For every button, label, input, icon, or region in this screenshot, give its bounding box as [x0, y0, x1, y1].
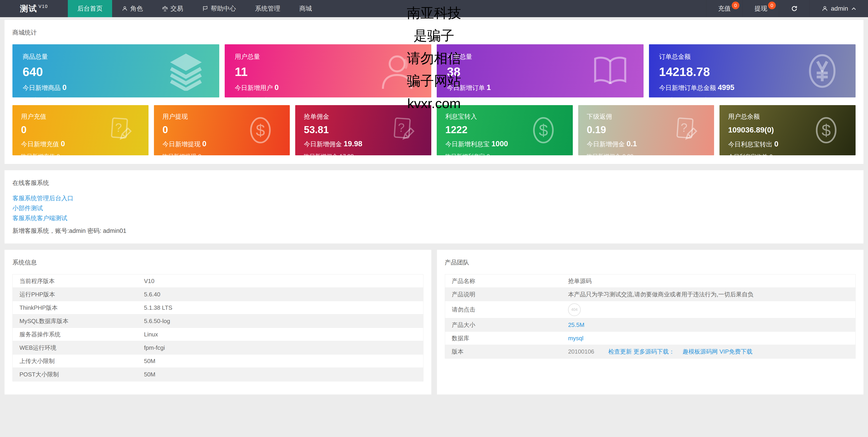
withdraw-button[interactable]: 提现 0: [743, 0, 779, 17]
stat-line-label: 今日新增提现: [162, 141, 200, 148]
stat-line-value: 0: [774, 140, 778, 148]
dollar-icon: $: [245, 115, 276, 146]
product-size-link[interactable]: 25.5M: [568, 321, 855, 329]
stat-line-value: 4495: [712, 97, 724, 97]
stat-card-referral-commission: 下级返佣 0.19 今日新增佣金0.1 昨日新增佣金0.09 ?: [578, 105, 714, 155]
nav-item-label: 系统管理: [255, 4, 280, 13]
stat-line-label: 今日利息宝收益: [728, 153, 768, 155]
database-link[interactable]: mysql: [568, 335, 855, 342]
nav-item-system-management[interactable]: 系统管理: [246, 0, 290, 17]
username: admin: [831, 5, 848, 12]
doc-edit-icon: ?: [669, 115, 701, 146]
nav-item-trade[interactable]: 交易: [152, 0, 193, 17]
row-label: 产品说明: [445, 290, 568, 299]
stat-yesterday-line: 昨日新增提现0: [162, 153, 281, 155]
source-site-link[interactable]: 趣模板源码网 VIP免费下载: [683, 348, 752, 355]
service-admin-entry-link[interactable]: 客服系统管理后台入口: [12, 193, 73, 203]
nav-item-help-center[interactable]: 帮助中心: [193, 0, 246, 17]
user-icon: [378, 51, 418, 91]
doc-edit-icon: ?: [103, 115, 135, 146]
app-logo-text: 测试: [20, 3, 37, 14]
stat-line-value: 4995: [718, 83, 735, 92]
stat-card-products-total: 商品总量 640 今日新增商品0 昨日新增商品0: [12, 44, 219, 97]
broken-image-icon[interactable]: 404: [568, 303, 581, 316]
svg-text:?: ?: [115, 121, 122, 134]
stat-card-orders-total: 订单总量 38 今日新增订单1 昨日新增订单2: [437, 44, 644, 97]
nav-item-roles[interactable]: 角色: [112, 0, 152, 17]
stat-line-label: 昨日新增提现: [162, 153, 196, 155]
stat-line-value: 1: [487, 83, 491, 92]
panel-title: 商城统计: [12, 29, 856, 37]
row-value: 本产品只为学习测试交流,请勿要做商业或者用于违法行为,一切后果自负: [568, 290, 855, 299]
stats-row-2: 用户充值 0 今日新增充值0 昨日新增充值0 ? 用户提现 0 今日新增提现0 …: [12, 105, 856, 155]
stat-line-value: 0: [202, 139, 206, 148]
stat-line-label: 今日新增佣金: [587, 141, 625, 148]
row-label: 产品大小: [445, 321, 568, 329]
stat-line-value: 0: [57, 153, 60, 155]
recharge-badge: 0: [732, 2, 739, 9]
row-label: 当前程序版本: [13, 277, 144, 285]
stat-card-user-recharge: 用户充值 0 今日新增充值0 昨日新增充值0 ?: [12, 105, 149, 155]
stat-line-value: 0: [198, 153, 202, 155]
table-row: MySQL数据库版本5.6.50-log: [13, 314, 423, 328]
table-row: POST大小限制50M: [13, 368, 423, 381]
withdraw-badge: 0: [768, 2, 776, 9]
table-row: 数据库 mysql: [445, 332, 856, 345]
stat-line-label: 今日利息宝转出: [728, 141, 772, 148]
recharge-button[interactable]: 充值 0: [706, 0, 743, 17]
widget-test-link[interactable]: 小部件测试: [12, 203, 43, 213]
stat-yesterday-line: 昨日新增订单2: [447, 96, 633, 97]
stat-card-order-commission: 抢单佣金 53.81 今日新增佣金19.98 昨日新增佣金17.98 ?: [295, 105, 431, 155]
nav-item-label: 商城: [299, 4, 312, 13]
main-content: 商城统计 商品总量 640 今日新增商品0 昨日新增商品0 用户总量 11 今日…: [0, 17, 868, 404]
row-label: POST大小限制: [13, 371, 144, 378]
customer-service-panel: 在线客服系统 客服系统管理后台入口 小部件测试 客服系统客户端测试 新增客服系统…: [4, 170, 864, 244]
row-value: 抢单源码: [568, 277, 855, 285]
stat-line-label: 今日新增利息宝: [445, 141, 490, 148]
row-value: 5.1.38 LTS: [144, 304, 423, 311]
nav-item-label: 角色: [130, 4, 143, 13]
nav-item-label: 交易: [170, 4, 183, 13]
stat-card-interest-transfer-in: 利息宝转入 1222 今日新增利息宝1000 昨日新增利息宝0 $: [437, 105, 573, 155]
stat-line-value: 0: [275, 83, 279, 92]
stat-line-label: 今日新增用户: [235, 84, 273, 91]
stat-card-users-total: 用户总量 11 今日新增用户0 昨日新增用户0: [225, 44, 432, 97]
table-row: 运行PHP版本5.6.40: [13, 288, 423, 301]
table-row: 请勿点击 404: [445, 301, 856, 318]
stat-line-value: 0.09: [622, 153, 633, 155]
app-logo: 测试 V10: [0, 0, 68, 17]
stat-yesterday-line: 昨日新增佣金0.09: [587, 153, 706, 155]
top-navbar: 测试 V10 后台首页 角色 交易 帮助中心 系统管理: [0, 0, 868, 17]
nav-item-mall[interactable]: 商城: [290, 0, 321, 17]
stat-yesterday-line: 昨日新增充值0: [21, 153, 140, 155]
nav-menu: 后台首页 角色 交易 帮助中心 系统管理 商城: [68, 0, 321, 17]
mall-stats-panel: 商城统计 商品总量 640 今日新增商品0 昨日新增商品0 用户总量 11 今日…: [4, 20, 864, 164]
check-update-link[interactable]: 检查更新 更多源码下载：: [608, 348, 675, 355]
nav-right-group: 充值 0 提现 0 admin: [706, 0, 868, 17]
layers-icon: [166, 51, 206, 91]
product-team-table: 产品名称 抢单源码 产品说明 本产品只为学习测试交流,请勿要做商业或者用于违法行…: [445, 274, 856, 358]
stat-line-value: 0: [61, 139, 65, 148]
system-info-panel: 系统信息 当前程序版本V10 运行PHP版本5.6.40 ThinkPHP版本5…: [4, 250, 431, 395]
stat-yesterday-line: 昨日新增利息宝0: [445, 153, 564, 155]
stat-yesterday-line: 昨日新增用户0: [235, 96, 421, 97]
stat-yesterday-line: 昨日新增商品0: [23, 96, 209, 97]
dollar-icon: $: [528, 115, 559, 146]
refresh-button[interactable]: [779, 0, 809, 17]
yen-icon: [802, 51, 842, 91]
stat-line-value: 1000: [491, 139, 508, 148]
user-menu[interactable]: admin: [809, 0, 868, 17]
service-links: 客服系统管理后台入口 小部件测试 客服系统客户端测试: [12, 193, 856, 223]
info-tables-section: 系统信息 当前程序版本V10 运行PHP版本5.6.40 ThinkPHP版本5…: [4, 250, 864, 395]
stat-card-user-withdraw: 用户提现 0 今日新增提现0 昨日新增提现0 $: [154, 105, 290, 155]
refresh-icon: [791, 5, 798, 12]
stat-card-user-total-balance: 用户总余额 109036.89(0) 今日利息宝转出0 今日利息宝收益0 $: [719, 105, 856, 155]
row-label: MySQL数据库版本: [13, 317, 144, 325]
caret-up-icon: [851, 7, 856, 10]
stat-line-label: 昨日新增充值: [21, 153, 55, 155]
nav-item-dashboard[interactable]: 后台首页: [68, 0, 112, 17]
service-client-test-link[interactable]: 客服系统客户端测试: [12, 213, 67, 223]
stat-line-label: 今日新增充值: [21, 141, 59, 148]
table-row: 产品名称 抢单源码: [445, 275, 856, 288]
stats-row-1: 商品总量 640 今日新增商品0 昨日新增商品0 用户总量 11 今日新增用户0…: [12, 44, 856, 97]
